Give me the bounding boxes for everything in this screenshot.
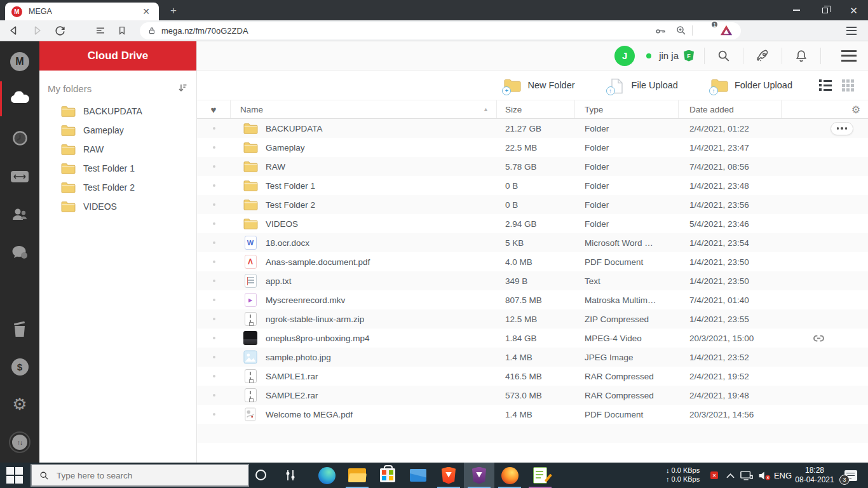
search-icon[interactable] [715,47,733,65]
column-name[interactable]: Name ▲ [231,100,497,118]
taskbar-item-mail[interactable] [403,463,433,488]
table-row[interactable]: SAMPLE1.rar 416.5 MB RAR Compressed 2/4/… [197,367,868,386]
favorite-column-icon[interactable]: ♥ [197,100,231,118]
bell-notifications-icon[interactable] [792,47,810,65]
zoom-icon[interactable] [675,25,687,36]
upgrade-account-icon[interactable]: $ [0,358,39,376]
name-cell[interactable]: ▶Myscreenrecord.mkv [231,292,497,308]
favorite-cell[interactable] [197,318,231,320]
favorite-cell[interactable] [197,299,231,301]
key-icon[interactable] [654,25,667,37]
language-indicator[interactable]: ENG [773,463,793,488]
username[interactable]: jin ja [659,50,679,61]
taskbar-item-store[interactable] [372,463,403,488]
forward-button[interactable] [28,22,46,39]
column-date-added[interactable]: Date added [679,100,782,118]
grid-view-icon[interactable] [842,79,854,92]
name-cell[interactable]: SAMPLE2.rar [231,388,497,403]
table-row[interactable]: W18.ocr.docx 5 KB Microsoft Word … 1/4/2… [197,233,868,252]
back-button[interactable] [5,22,23,39]
favorite-cell[interactable] [197,280,231,282]
folder-upload-button[interactable]: ↑ Folder Upload [711,78,792,93]
browser-tab[interactable]: M MEGA ✕ [5,3,159,20]
reload-button[interactable] [51,22,69,39]
action-center-icon[interactable]: 3 [841,463,860,488]
favorite-cell[interactable] [197,356,231,358]
favorite-cell[interactable] [197,184,231,187]
mega-logo-icon[interactable]: M [0,52,39,71]
name-cell[interactable]: ngrok-stable-linux-arm.zip [231,311,497,327]
start-button[interactable] [6,466,24,484]
sidebar-folder-item[interactable]: VIDEOS [39,197,196,216]
favorite-dot[interactable] [213,127,215,130]
tab-close-icon[interactable]: ✕ [140,6,153,17]
name-cell[interactable]: oneplus8pro-unboxing.mp4 [231,330,497,346]
row-context-menu-button[interactable] [831,122,853,135]
name-cell[interactable]: sample.photo.jpg [231,349,497,365]
column-settings-icon[interactable]: ⚙ [851,104,860,116]
table-row[interactable]: Test Folder 2 0 B Folder 1/4/2021, 23:56 [197,195,868,214]
favorite-dot[interactable] [213,222,215,225]
list-view-icon[interactable] [819,79,832,91]
task-view-icon[interactable] [283,468,297,482]
favorite-cell[interactable] [197,394,231,396]
cloud-drive-header[interactable]: Cloud Drive [39,41,196,71]
table-row[interactable]: VIDEOS 2.94 GB Folder 5/4/2021, 23:46 [197,214,868,233]
sidebar-folder-item[interactable]: Test Folder 2 [39,178,196,197]
favorite-dot[interactable] [213,241,215,244]
volume-muted-icon[interactable] [756,463,773,488]
favorite-dot[interactable] [213,375,215,377]
sidebar-folder-item[interactable]: Gameplay [39,121,196,140]
transfer-widget-icon[interactable]: ↑↓ [0,431,39,453]
public-link-icon[interactable] [812,332,825,345]
favorite-cell[interactable] [197,375,231,377]
table-row[interactable]: oneplus8pro-unboxing.mp4 1.84 GB MPEG-4 … [197,329,868,348]
taskbar-item-brave[interactable] [433,463,464,488]
url-text[interactable]: mega.nz/fm/70oG2ZDA [161,26,654,36]
table-row[interactable]: RAW 5.78 GB Folder 7/4/2021, 08:56 [197,157,868,176]
rubbish-bin-icon[interactable] [0,320,39,339]
name-cell[interactable]: ΛAnas-sample.document.pdf [231,254,497,269]
favorite-cell[interactable] [197,413,231,416]
favorite-dot[interactable] [213,299,215,301]
table-row[interactable]: SAMPLE2.rar 573.0 MB RAR Compressed 2/4/… [197,386,868,405]
table-row[interactable]: Gameplay 22.5 MB Folder 1/4/2021, 23:47 [197,138,868,157]
recents-icon[interactable] [0,130,39,147]
name-cell[interactable]: Welcome to MEGA.pdf [231,407,497,422]
favorite-dot[interactable] [213,394,215,396]
name-cell[interactable]: W18.ocr.docx [231,235,497,250]
favorite-cell[interactable] [197,241,231,244]
table-row[interactable]: Test Folder 1 0 B Folder 1/4/2021, 23:48 [197,176,868,195]
table-row[interactable]: ▶Myscreenrecord.mkv 807.5 MB Matroska Mu… [197,290,868,309]
table-row[interactable]: Welcome to MEGA.pdf 1.4 MB PDF Document … [197,405,868,424]
favorite-cell[interactable] [197,203,231,206]
address-bar[interactable]: mega.nz/fm/70oG2ZDA 1 [140,22,741,39]
favorite-dot[interactable] [213,203,215,206]
tray-expand-icon[interactable] [723,463,737,488]
column-size[interactable]: Size [497,100,575,118]
rocket-achievements-icon[interactable] [754,47,771,65]
taskbar-item-brave-private[interactable] [464,463,494,488]
taskbar-search-input[interactable] [57,471,215,480]
name-cell[interactable]: RAW [231,159,497,174]
tray-hidden-app-icon[interactable]: ✕ [708,463,721,488]
table-row[interactable]: ngrok-stable-linux-arm.zip 12.5 MB ZIP C… [197,309,868,329]
favorite-dot[interactable] [213,146,215,149]
cortana-icon[interactable] [255,470,266,480]
table-row[interactable]: BACKUPDATA 21.27 GB Folder 2/4/2021, 01:… [197,119,868,138]
taskbar-item-notes[interactable] [525,463,555,488]
name-cell[interactable]: VIDEOS [231,216,497,231]
favorite-dot[interactable] [213,261,215,263]
column-type[interactable]: Type [575,100,679,118]
sort-folders-icon[interactable] [177,83,188,95]
reading-list-icon[interactable] [92,22,109,39]
favorite-cell[interactable] [197,261,231,263]
bookmark-icon[interactable] [113,22,131,39]
taskbar-search[interactable] [31,464,249,487]
mega-menu-icon[interactable] [841,50,857,62]
name-cell[interactable]: app.txt [231,273,497,288]
taskbar-item-firefox[interactable] [494,463,525,488]
favorite-cell[interactable] [197,337,231,339]
chat-icon[interactable] [0,245,39,260]
table-row[interactable]: ΛAnas-sample.document.pdf 4.0 MB PDF Doc… [197,252,868,271]
